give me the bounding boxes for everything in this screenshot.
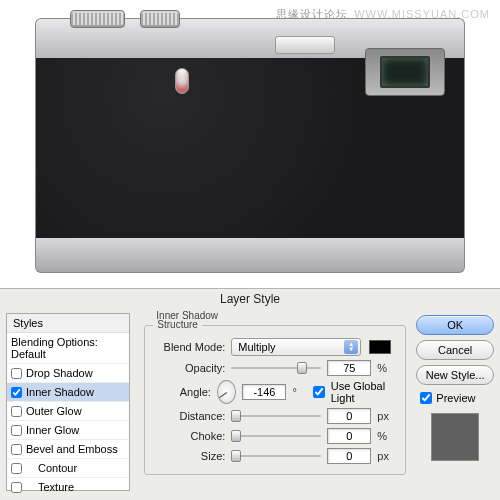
style-row-inner-shadow[interactable]: Inner Shadow: [7, 383, 129, 402]
style-row-inner-glow[interactable]: Inner Glow: [7, 421, 129, 440]
distance-slider[interactable]: [231, 409, 321, 423]
canvas-preview: [0, 0, 500, 290]
choke-row: Choke: %: [155, 428, 395, 444]
checkbox-inner-shadow[interactable]: [11, 387, 22, 398]
distance-input[interactable]: [327, 408, 371, 424]
blending-options-label: Blending Options: Default: [11, 336, 125, 360]
angle-input[interactable]: [242, 384, 286, 400]
new-style-label: New Style...: [426, 369, 485, 381]
checkbox-inner-glow[interactable]: [11, 425, 22, 436]
choke-unit: %: [377, 430, 395, 442]
layer-style-dialog: Layer Style Styles Blending Options: Def…: [0, 288, 500, 500]
blend-mode-value: Multiply: [238, 341, 275, 353]
structure-fieldset: Structure Blend Mode: Multiply ▲▼ Opacit…: [144, 325, 406, 475]
viewfinder-glass: [380, 56, 430, 88]
style-row-drop-shadow[interactable]: Drop Shadow: [7, 364, 129, 383]
distance-label: Distance:: [155, 410, 225, 422]
cancel-button[interactable]: Cancel: [416, 340, 494, 360]
camera-viewfinder: [365, 48, 445, 96]
label-texture: Texture: [26, 481, 74, 493]
checkbox-texture[interactable]: [11, 482, 22, 493]
blending-options-row[interactable]: Blending Options: Default: [7, 333, 129, 364]
camera-dial-right: [140, 10, 180, 28]
label-bevel: Bevel and Emboss: [26, 443, 118, 455]
global-light-checkbox[interactable]: [313, 386, 325, 398]
camera-red-button: [175, 68, 189, 94]
label-outer-glow: Outer Glow: [26, 405, 82, 417]
angle-row: Angle: ° Use Global Light: [155, 380, 395, 404]
style-row-contour[interactable]: Contour: [7, 459, 129, 478]
label-inner-glow: Inner Glow: [26, 424, 79, 436]
ok-label: OK: [447, 319, 463, 331]
preview-swatch: [431, 413, 479, 461]
camera-bottom-plate: [35, 238, 465, 273]
structure-legend: Structure: [153, 319, 202, 330]
angle-label: Angle:: [155, 386, 211, 398]
checkbox-contour[interactable]: [11, 463, 22, 474]
label-inner-shadow: Inner Shadow: [26, 386, 94, 398]
preview-row: Preview: [416, 392, 494, 404]
opacity-label: Opacity:: [155, 362, 225, 374]
opacity-row: Opacity: %: [155, 360, 395, 376]
size-unit: px: [377, 450, 395, 462]
preview-label: Preview: [436, 392, 475, 404]
style-row-texture[interactable]: Texture: [7, 478, 129, 497]
blend-mode-row: Blend Mode: Multiply ▲▼: [155, 338, 395, 356]
angle-unit: °: [292, 386, 306, 398]
slider-thumb[interactable]: [231, 410, 241, 422]
camera-illustration: [35, 18, 465, 273]
cancel-label: Cancel: [438, 344, 472, 356]
opacity-slider[interactable]: [231, 361, 321, 375]
checkbox-bevel[interactable]: [11, 444, 22, 455]
dialog-title: Layer Style: [0, 289, 500, 311]
opacity-unit: %: [377, 362, 395, 374]
styles-header[interactable]: Styles: [7, 314, 129, 333]
style-row-bevel[interactable]: Bevel and Emboss: [7, 440, 129, 459]
checkbox-outer-glow[interactable]: [11, 406, 22, 417]
choke-input[interactable]: [327, 428, 371, 444]
shadow-color-swatch[interactable]: [369, 340, 391, 354]
select-arrows-icon: ▲▼: [344, 340, 358, 354]
ok-button[interactable]: OK: [416, 315, 494, 335]
distance-unit: px: [377, 410, 395, 422]
styles-list: Styles Blending Options: Default Drop Sh…: [6, 313, 130, 491]
style-row-outer-glow[interactable]: Outer Glow: [7, 402, 129, 421]
new-style-button[interactable]: New Style...: [416, 365, 494, 385]
settings-panel: Inner Shadow Structure Blend Mode: Multi…: [130, 311, 416, 491]
distance-row: Distance: px: [155, 408, 395, 424]
global-light-label: Use Global Light: [331, 380, 396, 404]
dialog-buttons: OK Cancel New Style... Preview: [416, 311, 500, 491]
size-slider[interactable]: [231, 449, 321, 463]
slider-thumb[interactable]: [231, 450, 241, 462]
label-drop-shadow: Drop Shadow: [26, 367, 93, 379]
choke-label: Choke:: [155, 430, 225, 442]
preview-checkbox[interactable]: [420, 392, 432, 404]
checkbox-drop-shadow[interactable]: [11, 368, 22, 379]
size-input[interactable]: [327, 448, 371, 464]
choke-slider[interactable]: [231, 429, 321, 443]
blend-mode-label: Blend Mode:: [155, 341, 225, 353]
size-row: Size: px: [155, 448, 395, 464]
angle-dial[interactable]: [217, 380, 236, 404]
slider-thumb[interactable]: [231, 430, 241, 442]
slider-thumb[interactable]: [297, 362, 307, 374]
camera-dial-left: [70, 10, 125, 28]
label-contour: Contour: [26, 462, 77, 474]
blend-mode-select[interactable]: Multiply ▲▼: [231, 338, 361, 356]
size-label: Size:: [155, 450, 225, 462]
opacity-input[interactable]: [327, 360, 371, 376]
camera-flash: [275, 36, 335, 54]
